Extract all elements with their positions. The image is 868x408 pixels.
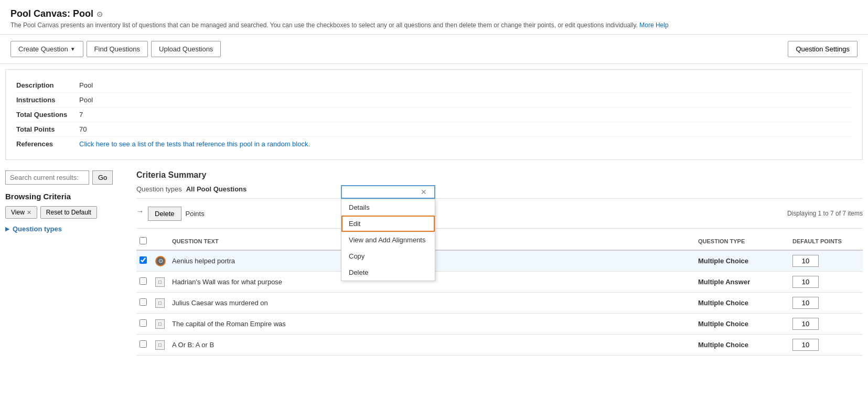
table-header-row: QUESTION TEXT QUESTION TYPE DEFAULT POIN… <box>136 233 863 250</box>
dropdown-item-copy[interactable]: Copy <box>341 248 435 264</box>
question-types-label: Question types <box>136 185 182 193</box>
info-panel: Description Pool Instructions Pool Total… <box>5 69 863 160</box>
row-checkbox[interactable] <box>140 319 147 327</box>
context-menu-icon[interactable]: ⊙ <box>155 256 166 266</box>
find-questions-button[interactable]: Find Questions <box>87 41 148 57</box>
toolbar-left: Create Question ▼ Find Questions Upload … <box>10 41 221 57</box>
browsing-criteria-title: Browsing Criteria <box>5 192 131 201</box>
question-text-cell: A Or B: A or B <box>169 335 695 356</box>
question-icon[interactable]: □ <box>155 298 165 308</box>
question-text-cell: Julius Caesar was murdered on <box>169 293 695 314</box>
questions-table: QUESTION TEXT QUESTION TYPE DEFAULT POIN… <box>136 233 863 356</box>
criteria-title: Criteria Summary <box>136 170 863 180</box>
points-input[interactable] <box>792 339 819 351</box>
info-row-total-questions: Total Questions 7 <box>16 108 852 122</box>
dropdown-item-view-alignments[interactable]: View and Add Alignments <box>341 232 435 248</box>
points-input[interactable] <box>792 297 819 309</box>
points-cell <box>789 250 863 272</box>
references-label: References <box>16 140 79 148</box>
question-type-cell: Multiple Choice <box>695 250 789 272</box>
sidebar: Go Browsing Criteria View ✕ Reset to Def… <box>5 170 131 356</box>
points-input[interactable] <box>792 276 819 288</box>
row-checkbox[interactable] <box>140 277 147 285</box>
instructions-value: Pool <box>79 96 93 104</box>
question-types-row: Question types All Pool Questions <box>136 185 863 193</box>
page-title-text: Pool Canvas: Pool <box>10 8 93 19</box>
chevron-down-icon: ▼ <box>70 46 76 52</box>
table-row: □Julius Caesar was murdered onMultiple C… <box>136 293 863 314</box>
table-row: ⊙Aenius helped portraMultiple Choice <box>136 250 863 272</box>
table-delete-button[interactable]: Delete <box>148 207 181 221</box>
toolbar: Create Question ▼ Find Questions Upload … <box>0 35 868 64</box>
table-row: □The capital of the Roman Empire wasMult… <box>136 314 863 335</box>
right-content: Criteria Summary Question types All Pool… <box>136 170 863 356</box>
search-row: Go <box>5 170 131 185</box>
table-toolbar: → Delete Points Displaying 1 to 7 of 7 i… <box>136 198 863 229</box>
question-icon[interactable]: □ <box>155 277 165 287</box>
points-cell <box>789 293 863 314</box>
table-body: ⊙Aenius helped portraMultiple Choice□Had… <box>136 250 863 356</box>
collapse-arrow-button[interactable]: → <box>136 203 144 220</box>
icon-col-header <box>152 233 169 250</box>
view-close-icon: ✕ <box>27 209 31 216</box>
question-icon[interactable]: □ <box>155 319 165 329</box>
pool-icon: ⊙ <box>97 10 103 18</box>
page-header: Pool Canvas: Pool ⊙ The Pool Canvas pres… <box>0 0 868 35</box>
points-cell <box>789 314 863 335</box>
instructions-label: Instructions <box>16 96 79 104</box>
dropdown-item-delete[interactable]: Delete <box>341 264 435 281</box>
description-label: Description <box>16 81 79 89</box>
points-input[interactable] <box>792 318 819 330</box>
total-questions-value: 7 <box>79 111 83 119</box>
dropdown-item-edit[interactable]: Edit <box>341 216 435 232</box>
create-question-label: Create Question <box>18 45 68 53</box>
question-type-cell: Multiple Answer <box>695 272 789 293</box>
question-types-item-label: Question types <box>13 225 62 233</box>
reset-to-default-button[interactable]: Reset to Default <box>40 206 97 219</box>
total-points-label: Total Points <box>16 125 79 133</box>
points-cell <box>789 335 863 356</box>
question-icon[interactable]: □ <box>155 340 165 350</box>
select-all-checkbox[interactable] <box>140 237 147 244</box>
row-checkbox[interactable] <box>140 340 147 348</box>
info-row-description: Description Pool <box>16 78 852 93</box>
create-question-button[interactable]: Create Question ▼ <box>10 41 83 57</box>
question-text-cell: The capital of the Roman Empire was <box>169 314 695 335</box>
question-type-cell: Multiple Choice <box>695 335 789 356</box>
more-help-link[interactable]: More Help <box>639 22 668 29</box>
dropdown-search-box: ✕ <box>341 185 435 199</box>
question-type-col-header: QUESTION TYPE <box>695 233 789 250</box>
view-label: View <box>11 209 25 216</box>
total-questions-label: Total Questions <box>16 111 79 119</box>
dropdown-menu: Details Edit View and Add Alignments Cop… <box>341 199 435 281</box>
select-all-col <box>136 233 152 250</box>
table-row: □Hadrian's Wall was for what purposeMult… <box>136 272 863 293</box>
info-row-instructions: Instructions Pool <box>16 93 852 108</box>
row-checkbox[interactable] <box>140 298 147 306</box>
question-settings-button[interactable]: Question Settings <box>788 41 858 57</box>
page-title: Pool Canvas: Pool ⊙ <box>10 8 858 19</box>
row-checkbox[interactable] <box>140 256 147 264</box>
go-button[interactable]: Go <box>92 170 113 185</box>
total-points-value: 70 <box>79 125 87 133</box>
points-label: Points <box>186 210 205 218</box>
question-type-cell: Multiple Choice <box>695 293 789 314</box>
dropdown-clear-icon[interactable]: ✕ <box>421 188 427 196</box>
sidebar-actions: View ✕ Reset to Default <box>5 206 131 219</box>
question-type-cell: Multiple Choice <box>695 314 789 335</box>
upload-questions-button[interactable]: Upload Questions <box>151 41 221 57</box>
sidebar-item-question-types[interactable]: ▶ Question types <box>5 225 131 233</box>
main-content: Go Browsing Criteria View ✕ Reset to Def… <box>0 165 868 361</box>
context-dropdown: ✕ Details Edit View and Add Alignments C… <box>341 185 435 281</box>
dropdown-search-input[interactable] <box>345 188 419 196</box>
references-link[interactable]: Click here to see a list of the tests th… <box>79 140 310 148</box>
displaying-text: Displaying 1 to 7 of 7 items <box>787 210 863 217</box>
points-input[interactable] <box>792 255 819 267</box>
points-cell <box>789 272 863 293</box>
dropdown-item-details[interactable]: Details <box>341 199 435 216</box>
view-button[interactable]: View ✕ <box>5 206 37 219</box>
info-row-total-points: Total Points 70 <box>16 122 852 137</box>
search-input[interactable] <box>5 170 89 185</box>
description-value: Pool <box>79 81 93 89</box>
chevron-right-icon: ▶ <box>5 226 9 232</box>
